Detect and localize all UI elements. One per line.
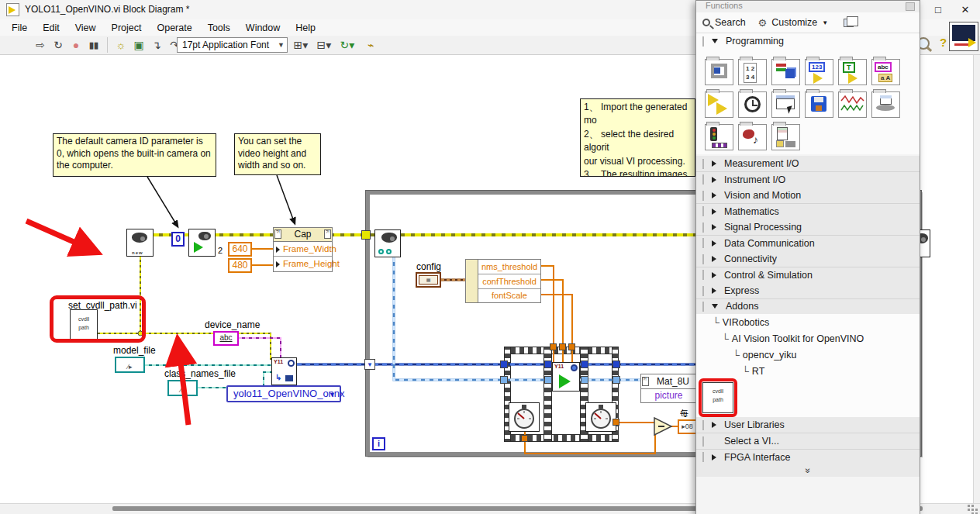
cap-property-node[interactable]: ?! Cap ?! Frame_Width Frame_Height [273,227,333,272]
align-objects-icon[interactable]: ⊞▾ [293,36,309,54]
category-fpga-interface[interactable]: FPGA Interface [696,450,920,466]
synchronization-icon[interactable] [705,124,733,150]
pin-icon[interactable] [906,2,915,11]
palette-customize-button[interactable]: Customize [771,17,817,28]
shift-register[interactable]: ▼ [364,359,375,370]
run-continuous-button[interactable]: ↻ [50,36,66,54]
palette-more-chevron[interactable]: » [696,464,920,477]
tree-item-virobotics[interactable]: └VIRobotics [713,317,769,328]
array-icon[interactable]: 1 2 3 4 [738,59,767,85]
tick-count-gauge[interactable] [509,402,540,432]
model-file-label[interactable]: model_file [113,345,156,356]
comment-video-size[interactable]: You can set the video height and width a… [234,133,321,175]
maximize-button[interactable]: □ [925,0,951,19]
sequence-tunnel[interactable] [500,360,508,368]
camera-read-node[interactable] [374,229,401,257]
class-names-constant[interactable]: ∕▸ [167,380,198,396]
font-selector[interactable]: 17pt Application Font▼ [177,37,288,53]
instance-selector[interactable]: yolo11_OpenVINO_onnx ▼ [226,385,341,402]
class-names-label[interactable]: class_names_file [164,368,236,379]
sequence-tunnel[interactable] [500,376,508,384]
category-programming[interactable]: Programming [696,33,920,49]
step-into-icon[interactable]: ↴ [149,36,164,54]
sequence-tunnel-orange[interactable] [612,419,619,426]
run-button[interactable]: ⇨ [33,36,48,54]
report-generation-icon[interactable] [771,124,800,150]
menu-view[interactable]: View [68,21,103,35]
sequence-tunnel-orange[interactable] [521,435,528,442]
unbundle-conf[interactable]: confThreshold [478,274,540,289]
sequence-tunnel-orange[interactable] [550,343,557,350]
unbundle-fontscale[interactable]: fontScale [478,289,540,303]
device-name-label[interactable]: device_name [205,319,260,330]
unbundle-nms[interactable]: nms_threshold [478,260,540,274]
comment-camera-id[interactable]: The default camera ID parameter is 0, wh… [53,133,216,177]
distribute-objects-icon[interactable]: ⊟▾ [316,36,332,54]
cluster-class-variant-icon[interactable] [771,59,800,85]
comment-steps[interactable]: 1、 Import the generated mo 2、 select the… [580,98,695,177]
mat-property-node[interactable]: ?! Mat_8U picture [640,374,697,403]
file-io-icon[interactable] [805,91,833,118]
sequence-tunnel[interactable] [612,376,620,384]
device-name-constant[interactable]: abc [213,331,239,346]
menu-tools[interactable]: Tools [201,21,237,35]
category-data-communication[interactable]: Data Communication [696,236,920,252]
category-addons[interactable]: Addons [696,299,920,315]
unbundle-node[interactable]: nms_threshold confThreshold fontScale [465,259,541,303]
resize-grip[interactable] [968,505,970,507]
sequence-tunnel[interactable] [544,376,552,384]
tree-item-rt[interactable]: └RT [742,366,764,377]
graphics-sound-icon[interactable]: ♪ [738,124,767,150]
category-connectivity[interactable]: Connectivity [696,251,920,267]
height-constant[interactable]: 480 [228,258,252,273]
category-measurement-io[interactable]: Measurement I/O [696,156,920,172]
camera-open-node[interactable] [188,229,216,257]
resize-objects-icon[interactable]: ↻▾ [340,36,355,54]
property-frame-width[interactable]: Frame_Width [274,242,332,257]
yolo-load-node[interactable]: Y11 ↳ [271,357,297,385]
category-control-simulation[interactable]: Control & Simulation [696,267,920,284]
model-file-constant[interactable]: ∕▸ [115,357,145,373]
highlight-execution-icon[interactable]: ☼ [113,36,129,54]
property-picture[interactable]: picture [641,389,696,402]
category-vision-motion[interactable]: Vision and Motion [696,188,920,204]
cleanup-diagram-icon[interactable]: ⌁ [363,36,378,54]
menu-window[interactable]: Window [239,21,287,35]
menu-help[interactable]: Help [288,21,323,35]
category-instrument-io[interactable]: Instrument I/O [696,172,920,188]
change-palette-view-icon[interactable] [844,19,854,27]
palette-search-button[interactable]: Search [715,17,746,28]
menu-operate[interactable]: Operate [150,21,198,35]
structures-icon[interactable] [705,59,733,85]
sequence-tunnel-orange[interactable] [568,343,575,350]
pause-button[interactable]: ▮▮ [86,36,102,54]
string-icon[interactable]: abca A [871,59,900,85]
loop-tunnel-camera[interactable] [361,230,371,240]
comparison-icon[interactable] [705,91,733,118]
vertical-scrollbar[interactable] [973,55,980,503]
config-label[interactable]: config [416,261,441,272]
iteration-terminal[interactable]: i [372,437,385,450]
camera-id-constant[interactable]: 0 [171,232,185,247]
property-frame-height[interactable]: Frame_Height [274,257,332,271]
config-constant[interactable]: ▦ [416,272,441,288]
tree-item-ai-vision-toolkit[interactable]: └AI Vision Toolkit for OpenVINO [722,333,864,344]
category-signal-processing[interactable]: Signal Processing [696,219,920,236]
help-icon[interactable]: ? [940,36,947,49]
close-button[interactable]: ✕ [952,0,978,19]
retain-wire-values-icon[interactable]: ▣ [131,36,147,54]
width-constant[interactable]: 640 [228,242,252,257]
sequence-tunnel[interactable] [612,360,620,368]
menu-file[interactable]: File [5,21,34,35]
numeric-icon[interactable]: 123 [805,59,833,85]
sequence-tunnel[interactable] [581,376,588,384]
category-select-a-vi[interactable]: Select a VI... [696,433,920,450]
tick-count-gauge[interactable] [585,402,616,432]
waveform-icon[interactable] [838,91,867,118]
category-express[interactable]: Express [696,283,920,299]
category-user-libraries[interactable]: User Libraries [696,417,920,433]
dialog-user-interface-icon[interactable] [771,91,800,118]
application-control-icon[interactable] [871,91,900,118]
yolo-run-node[interactable]: Y11 [552,362,580,392]
timing-icon[interactable] [738,91,767,118]
